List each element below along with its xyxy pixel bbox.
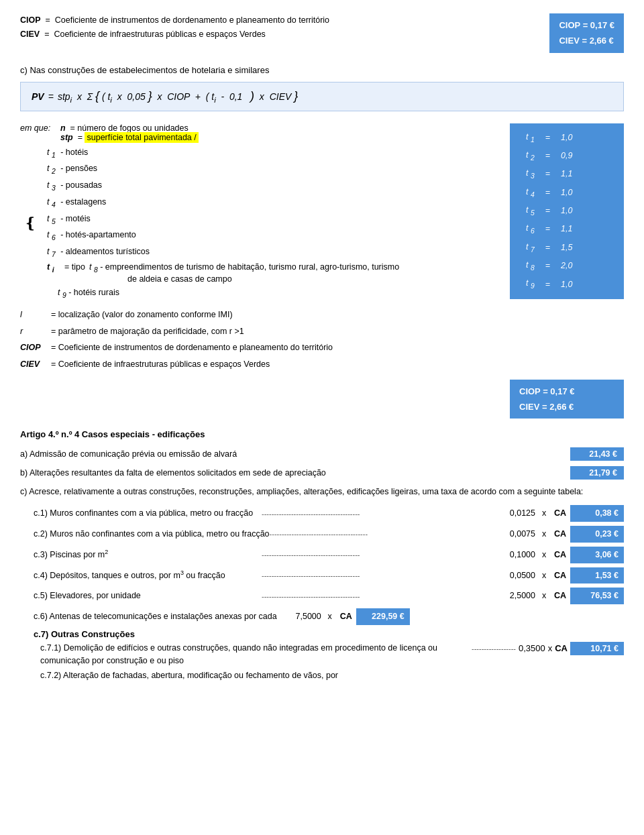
brace-symbol: ❴ bbox=[20, 145, 40, 302]
t4-val: 1,0 bbox=[555, 184, 578, 202]
c6-x: x bbox=[324, 610, 336, 623]
c71-row: c.7.1) Demolição de edifícios e outras c… bbox=[40, 642, 624, 667]
artigo-b-label: b) Alterações resultantes da falta de el… bbox=[20, 468, 570, 478]
c71-dots: ------------------ bbox=[472, 645, 516, 653]
ciev-definition-row: CIEV = Coeficiente de infraestruturas pú… bbox=[20, 27, 329, 42]
ciop-ciev-bottom-box: CIOP = 0,17 € CIEV = 2,66 € bbox=[510, 380, 624, 419]
c2-row: c.2) Muros não confinantes com a via púb… bbox=[34, 526, 624, 543]
c3-label: c.3) Piscinas por m2 bbox=[34, 548, 262, 561]
c4-dots: ---------------------------------------- bbox=[262, 570, 491, 581]
artigo-b-row: b) Alterações resultantes da falta de el… bbox=[20, 466, 624, 480]
t8-value-row: t 8 = 2,0 bbox=[521, 257, 578, 275]
t2-val-label: t 2 bbox=[521, 147, 540, 165]
t3-val-eq: = bbox=[540, 165, 555, 183]
ti-label: t i bbox=[47, 262, 60, 274]
c2-val: 0,23 € bbox=[570, 526, 624, 543]
c2-label: c.2) Muros não confinantes com a via púb… bbox=[34, 528, 270, 541]
c3-coef: 0,1000 bbox=[491, 549, 538, 561]
t2-val-eq: = bbox=[540, 147, 555, 165]
c4-val: 1,53 € bbox=[570, 567, 624, 584]
c5-ca: CA bbox=[550, 590, 570, 602]
c1-row: c.1) Muros confinantes com a via pública… bbox=[34, 505, 624, 522]
ciop-val2: CIOP = 0,17 € bbox=[519, 384, 614, 399]
c7-label: c.7) Outras Construções bbox=[34, 629, 624, 639]
c1-ca: CA bbox=[550, 507, 570, 520]
c4-coef: 0,0500 bbox=[491, 569, 538, 582]
def-l-label: l bbox=[20, 307, 47, 323]
def-ciev: CIEV = Coeficiente de infraestruturas pú… bbox=[20, 357, 496, 372]
c6-ca: CA bbox=[336, 610, 356, 623]
t9-val-eq: = bbox=[540, 275, 555, 293]
stp-label: stp bbox=[60, 133, 73, 142]
c71-x: x bbox=[548, 643, 553, 653]
content-left: em que: n = número de fogos ou unidades … bbox=[20, 123, 496, 419]
pv-formula-text: stpi x Σ { ( ti x 0,05 } x CIOP + ( ti -… bbox=[58, 89, 298, 104]
def-ciev-text: = Coeficiente de infraestruturas pública… bbox=[51, 357, 270, 372]
t2-item: t 2 - pensões bbox=[47, 161, 496, 178]
t-list: t 1 - hotéis t 2 - pensões t 3 - pousada… bbox=[47, 145, 496, 261]
t9-item: t 9 - hotéis rurais bbox=[47, 285, 496, 302]
c5-x: x bbox=[538, 590, 550, 602]
t8-val-eq: = bbox=[540, 257, 555, 275]
pv-eq: = bbox=[48, 91, 54, 102]
c6-label: c.6) Antenas de telecomunicações e insta… bbox=[34, 610, 277, 623]
em-que-section: em que: n = número de fogos ou unidades … bbox=[20, 123, 624, 419]
c6-coef: 7,5000 bbox=[277, 610, 324, 623]
ciop-ciev-bottom: CIOP = 0,17 € CIEV = 2,66 € bbox=[510, 380, 624, 419]
c5-row: c.5) Elevadores, por unidade -----------… bbox=[34, 588, 624, 604]
t9-val-label: t 9 bbox=[521, 275, 540, 293]
header-values-box: CIOP = 0,17 € CIEV = 2,66 € bbox=[549, 13, 624, 53]
ciev-value: CIEV = 2,66 € bbox=[559, 33, 614, 48]
c4-row: c.4) Depósitos, tanques e outros, por m3… bbox=[34, 567, 624, 584]
c6-val: 229,59 € bbox=[356, 608, 410, 625]
t8-continued: de aldeia e casas de campo bbox=[47, 274, 496, 284]
t8-label: t 8 bbox=[89, 262, 98, 274]
ciop-value: CIOP = 0,17 € bbox=[559, 17, 614, 33]
t1-item: t 1 - hotéis bbox=[47, 145, 496, 162]
def-ciev-label: CIEV bbox=[20, 357, 47, 372]
t5-val-label: t 5 bbox=[521, 202, 540, 220]
c72-label: c.7.2) Alteração de fachadas, abertura, … bbox=[40, 671, 624, 680]
artigo-a-label: a) Admissão de comunicação prévia ou emi… bbox=[20, 449, 570, 459]
t4-val-eq: = bbox=[540, 184, 555, 202]
em-que-labels: em que: n = número de fogos ou unidades … bbox=[20, 123, 496, 142]
c1-coef: 0,0125 bbox=[491, 507, 538, 520]
em-que-n-stp: n = número de fogos ou unidades stp = su… bbox=[60, 123, 199, 142]
def-r-text: = parâmetro de majoração da perificidade… bbox=[51, 324, 244, 339]
ciop-definition-text: Coeficiente de instrumentos de dordename… bbox=[55, 15, 329, 25]
c2-ca: CA bbox=[550, 528, 570, 541]
c4-ca: CA bbox=[550, 569, 570, 582]
t9-val: 1,0 bbox=[555, 275, 578, 293]
header-section: CIOP = Coeficiente de instrumentos de do… bbox=[20, 13, 624, 53]
t8-val-label: t 8 bbox=[521, 257, 540, 275]
t7-item: t 7 - aldeamentos turísticos bbox=[47, 244, 496, 261]
c2-x: x bbox=[538, 528, 550, 541]
t1-val: 1,0 bbox=[555, 129, 578, 147]
c1-val: 0,38 € bbox=[570, 505, 624, 522]
n-row: n = número de fogos ou unidades bbox=[60, 123, 199, 133]
t6-val-label: t 6 bbox=[521, 220, 540, 238]
t-items-section: ❴ t 1 - hotéis t 2 - pensões t 3 - pousa… bbox=[20, 145, 496, 302]
c1-label: c.1) Muros confinantes com a via pública… bbox=[34, 507, 262, 520]
artigo-a-value: 21,43 € bbox=[570, 447, 624, 461]
t4-item: t 4 - estalagens bbox=[47, 194, 496, 211]
ciev-definition-text: Coeficiente de infraestruturas públicas … bbox=[54, 30, 265, 39]
c71-values: ------------------ 0,3500 x CA 10,71 € bbox=[472, 642, 624, 655]
def-l: l = localização (valor do zonamento conf… bbox=[20, 307, 496, 323]
ciop-abbr: CIOP bbox=[20, 15, 41, 25]
t6-val-eq: = bbox=[540, 220, 555, 238]
t6-value-row: t 6 = 1,1 bbox=[521, 220, 578, 238]
c4-x: x bbox=[538, 569, 550, 582]
n-label: n bbox=[60, 123, 66, 133]
def-r: r = parâmetro de majoração da perificida… bbox=[20, 324, 496, 339]
em-que-text: em que: bbox=[20, 123, 50, 133]
header-definitions: CIOP = Coeficiente de instrumentos de do… bbox=[20, 13, 329, 53]
t5-item: t 5 - motéis bbox=[47, 211, 496, 228]
def-l-text: = localização (valor do zonamento confor… bbox=[51, 307, 233, 323]
t1-val-eq: = bbox=[540, 129, 555, 147]
formula-box: PV = stpi x Σ { ( ti x 0,05 } x CIOP + (… bbox=[20, 82, 624, 111]
t4-val-label: t 4 bbox=[521, 184, 540, 202]
em-que-label: em que: bbox=[20, 123, 60, 142]
c71-val: 10,71 € bbox=[570, 642, 624, 655]
c4-label: c.4) Depósitos, tanques e outros, por m3… bbox=[34, 569, 262, 582]
